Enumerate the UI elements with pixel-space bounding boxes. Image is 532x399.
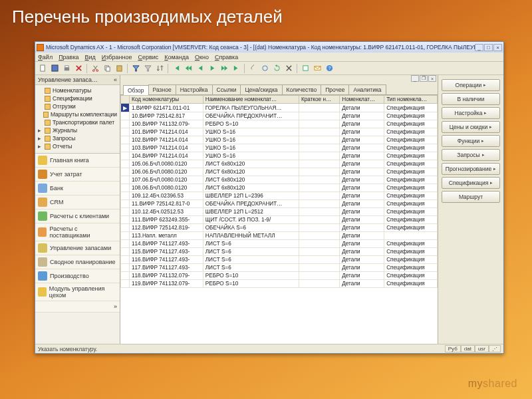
table-row[interactable]: 111.ВИФР 623249.355-ЩИТ /СОСТ. ИЗ ПОЗ. 1… <box>121 216 438 224</box>
cell[interactable]: Детали <box>340 112 384 120</box>
menu-0[interactable]: Файл <box>38 54 53 61</box>
menu-6[interactable]: Окно <box>195 54 209 61</box>
cell[interactable]: Детали <box>340 272 384 280</box>
cell[interactable] <box>121 120 130 128</box>
cell[interactable]: 103.ВИФР 741214.014 <box>130 144 203 152</box>
col-header[interactable]: Тип номенкла… <box>384 96 438 104</box>
table-row[interactable]: 113.Напл. металлНАПЛАВЛЕННЫЙ МЕТАЛЛДетал… <box>121 232 438 240</box>
module-item[interactable]: Расчеты с клиентами <box>35 209 120 223</box>
cell[interactable] <box>121 128 130 136</box>
cell[interactable]: Детали <box>340 232 384 240</box>
module-item[interactable]: Расчеты с поставщиками <box>35 223 120 241</box>
table-row[interactable]: 11.ВИФР 725142.817-0ОБЕЧАЙКА ПРЕДОХРАНИТ… <box>121 200 438 208</box>
cell[interactable]: Спецификация <box>384 168 438 176</box>
cell[interactable]: Спецификация <box>384 200 438 208</box>
cell[interactable] <box>299 128 339 136</box>
table-row[interactable]: 106.06.БчЛ.0080.0120ЛИСТ 6х80х120ДеталиС… <box>121 168 438 176</box>
cell[interactable]: УШКО S=16 <box>203 128 299 136</box>
table-row[interactable]: 101.ВИФР 741214.014УШКО S=16ДеталиСпециф… <box>121 128 438 136</box>
cell[interactable] <box>121 256 130 264</box>
col-header[interactable]: Код номенклатуры <box>130 96 203 104</box>
tab-0[interactable]: Обзор <box>123 85 149 95</box>
tree-item[interactable]: Транспортировки палет <box>37 118 118 126</box>
table-row[interactable]: 118.ВИФР 741132.079-РЕБРО S=10ДеталиСпец… <box>121 272 438 280</box>
tree-item[interactable]: Спецификации <box>37 94 118 102</box>
cell[interactable]: 111.ВИФР 623249.355- <box>130 216 203 224</box>
cell[interactable] <box>299 232 339 240</box>
cell[interactable]: Детали <box>340 136 384 144</box>
cell[interactable] <box>121 184 130 192</box>
cell[interactable]: Спецификация <box>384 112 438 120</box>
menu-5[interactable]: Команда <box>164 54 189 61</box>
cell[interactable]: Детали <box>340 184 384 192</box>
cell[interactable]: Спецификация <box>384 256 438 264</box>
cell[interactable]: Спецификация <box>384 144 438 152</box>
action-button[interactable]: Спецификация▸ <box>442 177 500 189</box>
copy-icon[interactable] <box>102 63 112 74</box>
help-icon[interactable]: ? <box>324 63 334 74</box>
nav-next-icon[interactable] <box>207 63 217 74</box>
action-button[interactable]: Запросы▸ <box>442 149 500 161</box>
action-button[interactable]: Операции▸ <box>442 79 500 91</box>
cell[interactable]: Детали <box>340 192 384 200</box>
tab-2[interactable]: Настройка <box>176 84 213 94</box>
cell[interactable]: 113.Напл. металл <box>130 232 203 240</box>
save-icon[interactable] <box>49 63 60 74</box>
tab-3[interactable]: Ссылки <box>212 84 241 94</box>
cell[interactable] <box>299 208 339 216</box>
refresh-icon[interactable] <box>271 63 282 74</box>
table-row[interactable]: 107.06.БчЛ.0080.0120ЛИСТ 6х80х120ДеталиС… <box>121 176 438 184</box>
cell[interactable]: 100.ВИФР 741132.079- <box>130 120 203 128</box>
cell[interactable]: Спецификация <box>384 272 438 280</box>
cell[interactable]: Детали <box>340 240 384 248</box>
module-item[interactable]: Главная книга <box>35 154 120 168</box>
cell[interactable]: Спецификация <box>384 240 438 248</box>
cell[interactable]: ▶ <box>121 104 130 112</box>
cell[interactable] <box>121 200 130 208</box>
module-item[interactable]: Банк <box>35 182 120 196</box>
cell[interactable]: Детали <box>340 144 384 152</box>
tree-item[interactable]: ▸Запросы <box>37 134 118 142</box>
cell[interactable] <box>121 224 130 232</box>
module-item[interactable]: Производство <box>35 269 120 283</box>
table-row[interactable]: 112.ВИФР 725142.819-ОБЕЧАЙКА S=6ДеталиСп… <box>121 224 438 232</box>
nav-next-page-icon[interactable] <box>219 63 229 74</box>
cell[interactable]: 119.ВИФР 741132.079- <box>130 280 203 288</box>
cell[interactable]: ЛИСТ 6х80х120 <box>203 176 299 184</box>
cell[interactable] <box>121 176 130 184</box>
cell[interactable] <box>121 144 130 152</box>
cell[interactable]: 108.06.БчЛ.0080.0120 <box>130 184 203 192</box>
cell[interactable]: 1.ВИФР 621471.011-01 <box>130 104 203 112</box>
cell[interactable] <box>299 256 339 264</box>
titlebar[interactable]: Microsoft Dynamics AX - 1 - Microsoft Co… <box>35 42 503 53</box>
items-grid[interactable]: Код номенклатурыНаименование номенклат…К… <box>120 95 438 288</box>
paste-icon[interactable] <box>114 63 124 74</box>
cell[interactable]: ЛИСТ 6х80х120 <box>203 160 299 168</box>
cell[interactable] <box>299 216 339 224</box>
cell[interactable]: Детали <box>340 152 384 160</box>
cell[interactable]: Спецификация <box>384 136 438 144</box>
cell[interactable] <box>299 280 339 288</box>
module-item[interactable]: Сводное планирование <box>35 255 120 269</box>
cell[interactable] <box>384 232 438 240</box>
cell[interactable]: ЛИСТ 6х80х120 <box>203 184 299 192</box>
cell[interactable]: Детали <box>340 160 384 168</box>
cell[interactable]: Спецификация <box>384 128 438 136</box>
modules-more[interactable]: » <box>35 301 120 313</box>
cell[interactable] <box>299 176 339 184</box>
action-button[interactable]: Функции▸ <box>442 135 500 147</box>
cell[interactable] <box>121 280 130 288</box>
col-header[interactable]: Наименование номенклат… <box>203 96 299 104</box>
export-icon[interactable] <box>300 63 311 74</box>
cell[interactable]: 101.ВИФР 741214.014 <box>130 128 203 136</box>
cell[interactable]: ЩИТ /СОСТ. ИЗ ПОЗ. 1-9/ <box>203 216 299 224</box>
cell[interactable]: Спецификация <box>384 280 438 288</box>
table-row[interactable]: 104.ВИФР 741214.014УШКО S=16ДеталиСпециф… <box>121 152 438 160</box>
tab-6[interactable]: Прочее <box>321 84 349 94</box>
cell[interactable] <box>299 136 339 144</box>
cell[interactable] <box>121 272 130 280</box>
action-button[interactable]: Маршрут <box>442 191 500 203</box>
cell[interactable]: Детали <box>340 176 384 184</box>
table-row[interactable]: 102.ВИФР 741214.014УШКО S=16ДеталиСпециф… <box>121 136 438 144</box>
cell[interactable]: Спецификация <box>384 104 438 112</box>
